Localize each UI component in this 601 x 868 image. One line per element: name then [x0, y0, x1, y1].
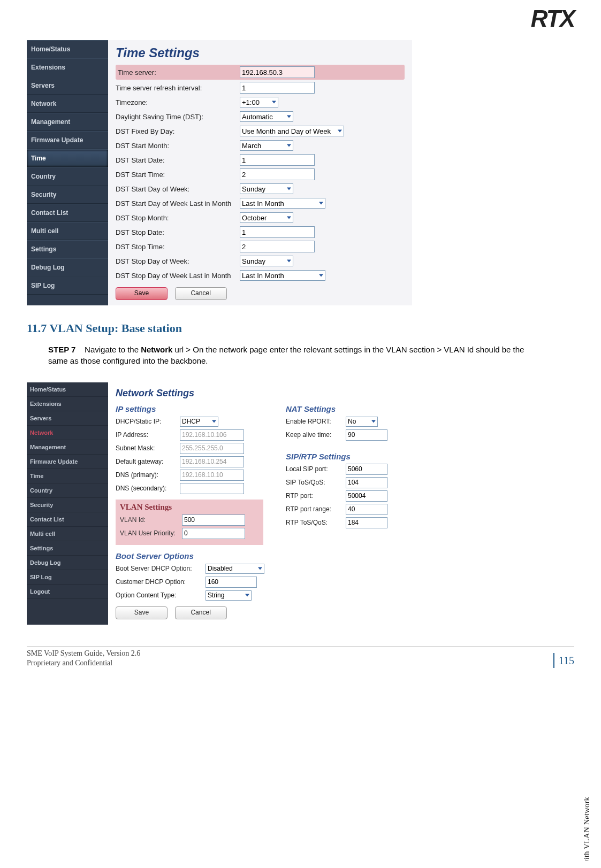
sidebar-item-network[interactable]: Network: [27, 95, 108, 113]
field-label: DST Stop Date:: [116, 228, 240, 236]
sidebar-item-security[interactable]: Security: [27, 498, 108, 512]
boot-heading: Boot Server Options: [116, 551, 264, 560]
field-select[interactable]: Use Month and Day of Week: [240, 126, 344, 136]
rport-label: Enable RPORT:: [286, 418, 346, 425]
sidebar-item-home-status[interactable]: Home/Status: [27, 382, 108, 397]
settings-row: DST Stop Day of Week:Sunday: [116, 255, 405, 267]
cd-input[interactable]: [206, 577, 257, 588]
lsp-input[interactable]: [346, 464, 387, 475]
sidebar-item-servers[interactable]: Servers: [27, 411, 108, 426]
sidebar-item-contact-list[interactable]: Contact List: [27, 204, 108, 222]
field-select[interactable]: Last In Month: [240, 198, 325, 209]
keep-input[interactable]: [346, 429, 387, 441]
sidebar-item-contact-list[interactable]: Contact List: [27, 512, 108, 527]
dhcp-select[interactable]: DHCP: [180, 417, 218, 427]
sidebar-item-management[interactable]: Management: [27, 113, 108, 131]
field-label: DST Stop Month:: [116, 214, 240, 222]
stq-input[interactable]: [346, 477, 387, 488]
settings-row: DST Start Month:March: [116, 139, 405, 152]
field-input[interactable]: [240, 66, 315, 78]
field-input[interactable]: [240, 154, 315, 166]
sidebar-item-settings[interactable]: Settings: [27, 240, 108, 258]
gw-label: Default gateway:: [116, 458, 180, 465]
rtp-input[interactable]: [346, 490, 387, 502]
settings-row: DST Stop Month:October: [116, 211, 405, 224]
settings-row: Time server:: [116, 65, 405, 80]
ipaddr-label: IP Address:: [116, 431, 180, 439]
sidebar-item-country[interactable]: Country: [27, 483, 108, 498]
sidebar-item-debug-log[interactable]: Debug Log: [27, 258, 108, 276]
sidebar-item-multi-cell[interactable]: Multi cell: [27, 527, 108, 541]
sidebar-item-time[interactable]: Time: [27, 469, 108, 483]
sidebar-item-network[interactable]: Network: [27, 426, 108, 440]
footer-guide: SME VoIP System Guide, Version 2.6: [27, 649, 140, 658]
stq-label: SIP ToS/QoS:: [286, 479, 346, 486]
dns1-label: DNS (primary):: [116, 471, 180, 479]
sidebar-item-firmware-update[interactable]: Firmware Update: [27, 131, 108, 149]
field-select[interactable]: October: [240, 212, 293, 223]
settings-row: DST Fixed By Day:Use Month and Day of We…: [116, 125, 405, 137]
sidebar-item-servers[interactable]: Servers: [27, 76, 108, 95]
sidebar-item-logout[interactable]: Logout: [27, 585, 108, 599]
network-settings-screenshot: Home/StatusExtensionsServersNetworkManag…: [27, 382, 431, 625]
sidebar-item-firmware-update[interactable]: Firmware Update: [27, 455, 108, 469]
rng-input[interactable]: [346, 504, 387, 515]
cancel-button[interactable]: Cancel: [175, 287, 227, 300]
sidebar-item-extensions[interactable]: Extensions: [27, 397, 108, 411]
sidebar-nav-2: Home/StatusExtensionsServersNetworkManag…: [27, 382, 108, 625]
vlan-id-input[interactable]: [182, 514, 245, 526]
sidebar-item-extensions[interactable]: Extensions: [27, 58, 108, 76]
settings-row: DST Stop Day of Week Last in MonthLast I…: [116, 269, 405, 282]
dns2-input: [180, 483, 244, 494]
save-button[interactable]: Save: [116, 287, 168, 300]
field-label: DST Start Day of Week Last in Month: [116, 199, 240, 208]
vlan-prio-label: VLAN User Priority:: [120, 529, 182, 537]
field-input[interactable]: [240, 168, 315, 180]
field-input[interactable]: [240, 226, 315, 238]
sidebar-item-management[interactable]: Management: [27, 440, 108, 455]
field-select[interactable]: Last In Month: [240, 270, 325, 281]
field-label: DST Stop Time:: [116, 243, 240, 251]
panel-title: Network Settings: [116, 388, 423, 399]
field-label: DST Start Date:: [116, 156, 240, 164]
sidebar-item-sip-log[interactable]: SIP Log: [27, 276, 108, 295]
save-button[interactable]: Save: [116, 606, 168, 619]
field-label: DST Stop Day of Week:: [116, 257, 240, 265]
field-select[interactable]: March: [240, 140, 293, 151]
cancel-button[interactable]: Cancel: [175, 606, 227, 619]
dhcp-label: DHCP/Static IP:: [116, 418, 180, 425]
footer-confidential: Proprietary and Confidential: [27, 658, 140, 668]
oct-label: Option Content Type:: [116, 592, 206, 599]
mask-input: [180, 443, 244, 454]
sidebar-item-security[interactable]: Security: [27, 186, 108, 204]
field-input[interactable]: [240, 82, 315, 94]
settings-row: DST Start Date:: [116, 153, 405, 166]
chapter-vertical-text: Chapter: Appendix B: Using Base with VLA…: [582, 797, 591, 861]
settings-row: DST Stop Date:: [116, 226, 405, 239]
panel-title: Time Settings: [116, 45, 405, 60]
field-select[interactable]: Sunday: [240, 256, 293, 266]
sidebar-item-settings[interactable]: Settings: [27, 541, 108, 556]
sidebar-item-country[interactable]: Country: [27, 167, 108, 186]
bsd-label: Boot Server DHCP Option:: [116, 565, 206, 572]
field-select[interactable]: +1:00: [240, 97, 278, 107]
settings-row: DST Start Day of Week Last in MonthLast …: [116, 197, 405, 210]
oct-select[interactable]: String: [206, 590, 252, 601]
field-label: DST Start Day of Week:: [116, 185, 240, 193]
sidebar-item-home-status[interactable]: Home/Status: [27, 40, 108, 58]
sidebar-item-multi-cell[interactable]: Multi cell: [27, 222, 108, 240]
rtq-input[interactable]: [346, 517, 387, 528]
rport-select[interactable]: No: [346, 417, 378, 427]
field-select[interactable]: Sunday: [240, 183, 293, 194]
field-input[interactable]: [240, 241, 315, 252]
sidebar-item-time[interactable]: Time: [27, 149, 108, 167]
sidebar-item-sip-log[interactable]: SIP Log: [27, 570, 108, 585]
settings-row: Time server refresh interval:: [116, 81, 405, 94]
sidebar-item-debug-log[interactable]: Debug Log: [27, 556, 108, 570]
rtp-label: RTP port:: [286, 492, 346, 500]
bsd-select[interactable]: Disabled: [206, 564, 264, 574]
cd-label: Customer DHCP Option:: [116, 578, 206, 586]
vlan-prio-input[interactable]: [182, 528, 245, 539]
field-select[interactable]: Automatic: [240, 111, 293, 122]
page-footer: SME VoIP System Guide, Version 2.6 Propr…: [27, 646, 574, 668]
